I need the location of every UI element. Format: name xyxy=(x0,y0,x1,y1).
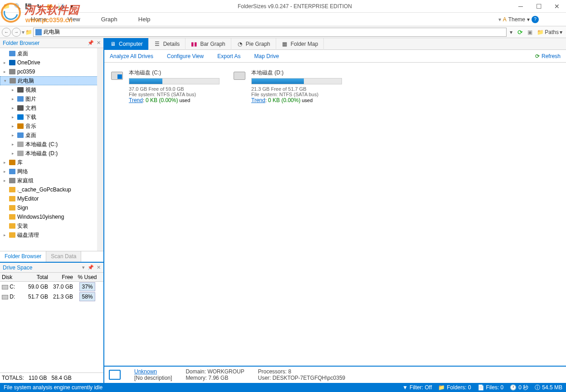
action-configure[interactable]: Configure View xyxy=(167,53,204,59)
terminal-button[interactable]: ▣ xyxy=(526,28,534,37)
tree-item[interactable]: ▸ 桌面 xyxy=(0,131,103,140)
paths-button[interactable]: 📁 Paths ▾ xyxy=(535,28,564,37)
tree-expand-icon[interactable]: ▸ xyxy=(10,115,15,119)
tree-item[interactable]: ▸ 图片 xyxy=(0,94,103,103)
trend-link[interactable]: Trend xyxy=(251,97,265,103)
ds-header-free[interactable]: Free xyxy=(50,273,75,281)
view-tab-folder-map[interactable]: ▦ Folder Map xyxy=(276,38,324,50)
window-title: FolderSizes v9.0.247 - ENTERPRISE EDITIO… xyxy=(78,3,512,10)
tree-expand-icon[interactable]: ▸ xyxy=(2,160,7,165)
tree-expand-icon[interactable]: ▸ xyxy=(10,124,15,128)
tree-expand-icon[interactable]: ▸ xyxy=(10,97,15,101)
maximize-button[interactable]: ☐ xyxy=(530,0,548,12)
qat-icon-2[interactable]: 🔍 xyxy=(13,2,22,11)
tree-item[interactable]: ▸ 网络 xyxy=(0,167,103,176)
view-tab-computer[interactable]: 🖥 Computer xyxy=(104,38,149,50)
drive-card[interactable]: 本地磁盘 (C:) 37.0 GB Free of 59.0 GB File s… xyxy=(111,69,220,103)
tree-item[interactable]: ▸ pc0359 xyxy=(0,67,103,76)
tree-item[interactable]: ▸ 磁盘清理 xyxy=(0,230,103,240)
ds-header-used[interactable]: % Used xyxy=(75,273,100,281)
drive-card-icon xyxy=(111,69,123,83)
close-button[interactable]: ✕ xyxy=(548,0,566,12)
menu-graph[interactable]: Graph xyxy=(98,14,121,24)
ds-header-total[interactable]: Total xyxy=(23,273,50,281)
info-unknown[interactable]: Unknown xyxy=(134,368,172,375)
tab-folder-browser[interactable]: Folder Browser xyxy=(0,251,46,262)
tree-expand-icon[interactable]: ▸ xyxy=(10,151,15,156)
ds-row[interactable]: C: 59.0 GB 37.0 GB 37% xyxy=(0,282,103,292)
qat-dropdown-icon[interactable]: ▾ xyxy=(67,2,76,11)
qat-icon-3[interactable]: 💾 xyxy=(24,2,33,11)
menu-home[interactable]: Home xyxy=(27,14,50,24)
ds-dropdown-icon[interactable]: ▾ xyxy=(82,265,85,270)
panel-close-icon[interactable]: ✕ xyxy=(97,40,101,46)
tree-item[interactable]: ▸ 家庭组 xyxy=(0,176,103,185)
qat-icon-5[interactable]: 📂 xyxy=(45,2,54,11)
ds-pin-icon[interactable]: 📌 xyxy=(88,265,94,270)
tree-item[interactable]: ▸ OneDrive xyxy=(0,58,103,67)
ribbon-collapse-icon[interactable]: ▾ xyxy=(498,16,501,23)
qat-icon-1[interactable]: 📁 xyxy=(2,2,11,11)
trend-link[interactable]: Trend xyxy=(129,97,143,103)
nav-back-button[interactable]: ← xyxy=(2,28,11,37)
tree-expand-icon[interactable]: ▸ xyxy=(2,169,7,174)
action-map[interactable]: Map Drive xyxy=(254,53,279,59)
tree-item[interactable]: ▸ 本地磁盘 (C:) xyxy=(0,140,103,149)
nav-up-button[interactable]: 📁 xyxy=(25,29,32,35)
tree-item[interactable]: ▸ 音乐 xyxy=(0,122,103,131)
minimize-button[interactable]: ─ xyxy=(512,0,530,12)
tree-expand-icon[interactable]: ▸ xyxy=(2,233,7,237)
menu-help[interactable]: Help xyxy=(135,14,154,24)
tree-item[interactable]: ▸ 本地磁盘 (D:) xyxy=(0,149,103,158)
tree-item[interactable]: Windows10yisheng xyxy=(0,212,103,221)
qat-icon-6[interactable]: 📊 xyxy=(56,2,65,11)
ds-row[interactable]: D: 51.7 GB 21.3 GB 58% xyxy=(0,292,103,302)
tree-item-label: 桌面 xyxy=(17,50,28,58)
tree-expand-icon[interactable]: ▸ xyxy=(10,133,15,137)
nav-forward-button[interactable]: → xyxy=(12,28,21,37)
ds-close-icon[interactable]: ✕ xyxy=(97,265,101,270)
tree-item[interactable]: 安装 xyxy=(0,221,103,230)
tree-item[interactable]: ▾ 此电脑 xyxy=(0,76,103,85)
tree-item[interactable]: MyEditor xyxy=(0,194,103,203)
tree-item[interactable]: ▸ 文档 xyxy=(0,103,103,113)
action-analyze[interactable]: Analyze All Drives xyxy=(110,53,153,59)
computer-info-icon xyxy=(109,370,121,380)
address-input[interactable]: 此电脑 xyxy=(33,28,507,37)
tree-item[interactable]: ▸ 视频 xyxy=(0,85,103,94)
ds-header-disk[interactable]: Disk xyxy=(0,273,23,281)
qat-icon-4[interactable]: ↻ xyxy=(34,2,44,11)
refresh-icon: ⟳ xyxy=(517,29,523,36)
view-tab-bar-graph[interactable]: ▮▮ Bar Graph xyxy=(185,38,231,50)
theme-button[interactable]: ATheme▾ xyxy=(503,16,530,23)
tree-item[interactable]: ▸ 下载 xyxy=(0,113,103,122)
tree-expand-icon[interactable]: ▸ xyxy=(10,142,15,147)
tree-expand-icon[interactable]: ▸ xyxy=(2,60,7,65)
nav-history-dropdown[interactable]: ▾ xyxy=(22,29,24,35)
tree-expand-icon[interactable]: ▸ xyxy=(10,88,15,92)
view-tab-details[interactable]: ☰ Details xyxy=(149,38,186,50)
tree-scrollbar[interactable] xyxy=(97,48,103,251)
tree-item[interactable]: Sign xyxy=(0,203,103,212)
lib-icon xyxy=(9,159,16,166)
drive-card[interactable]: 本地磁盘 (D:) 21.3 GB Free of 51.7 GB File s… xyxy=(233,69,342,103)
refresh-button[interactable]: ⟳ xyxy=(516,28,525,37)
tree-expand-icon[interactable]: ▸ xyxy=(2,178,7,183)
address-dropdown-icon[interactable]: ▾ xyxy=(507,29,515,35)
menu-view[interactable]: View xyxy=(64,14,84,24)
tree-item-label: 磁盘清理 xyxy=(17,231,39,239)
help-icon[interactable]: ? xyxy=(532,16,539,23)
tree-expand-icon[interactable]: ▸ xyxy=(2,69,7,74)
tab-scan-data[interactable]: Scan Data xyxy=(46,251,81,262)
tree-item[interactable]: 桌面 xyxy=(0,49,103,58)
tree-expand-icon[interactable]: ▸ xyxy=(10,106,15,110)
tree-expand-icon[interactable]: ▾ xyxy=(2,78,8,83)
tree-item[interactable]: ._cache_GoPcBackup xyxy=(0,185,103,194)
tree-item[interactable]: ▸ 库 xyxy=(0,158,103,167)
view-tab-pie-graph[interactable]: ◔ Pie Graph xyxy=(231,38,276,50)
action-refresh[interactable]: ⟳ Refresh xyxy=(535,53,561,59)
pin-icon[interactable]: 📌 xyxy=(88,40,94,46)
folder-tree[interactable]: 桌面▸ OneDrive▸ pc0359▾ 此电脑▸ 视频▸ 图片▸ 文档▸ 下… xyxy=(0,48,103,251)
status-filter[interactable]: ▼Filter: Off xyxy=(402,384,432,391)
action-export[interactable]: Export As xyxy=(217,53,240,59)
